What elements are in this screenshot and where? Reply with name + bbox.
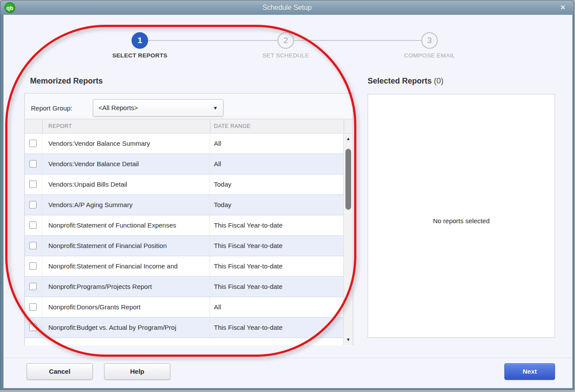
header-separator — [344, 121, 344, 132]
table-row[interactable]: Vendors:A/P Aging Summary Today — [25, 195, 343, 215]
date-range-cell: Today — [210, 174, 343, 194]
dropdown-arrow-icon: ▼ — [213, 100, 218, 116]
scrollbar-track[interactable]: ▲ ▼ — [343, 134, 353, 345]
header-separator — [210, 121, 210, 132]
date-range-cell: All — [210, 154, 343, 174]
checkbox-cell — [25, 256, 42, 276]
step-1-label: SELECT REPORTS — [88, 52, 192, 59]
report-checkbox[interactable] — [29, 201, 37, 208]
report-table-body: Vendors:Vendor Balance Summary All Vendo… — [25, 134, 343, 345]
table-row[interactable]: Vendors:Vendor Balance Summary All — [25, 134, 343, 154]
column-header-date-range: DATE RANGE — [214, 119, 250, 134]
date-range-cell: This Fiscal Year-to-date — [210, 215, 343, 235]
report-name-cell: Vendors:Vendor Balance Detail — [42, 154, 210, 174]
table-row[interactable]: Nonprofit:Budget vs. Actual by Program/P… — [25, 318, 343, 338]
report-checkbox[interactable] — [29, 262, 37, 270]
checkbox-cell — [25, 154, 42, 174]
table-row[interactable]: Nonprofit:Statement of Financial Income … — [25, 256, 343, 277]
table-row[interactable]: Nonprofit:Statement of Functional Expens… — [25, 215, 343, 236]
scrollbar-thumb[interactable] — [345, 149, 351, 210]
date-range-cell: This Fiscal Year-to-date — [210, 318, 343, 338]
step-2-label: SET SCHEDULE — [233, 52, 338, 59]
selected-reports-title: Selected Reports — [368, 77, 432, 85]
scroll-up-icon: ▲ — [346, 136, 351, 141]
step-3-label: COMPOSE EMAIL — [377, 52, 482, 59]
report-name-cell: Nonprofit:Statement of Functional Expens… — [42, 215, 210, 235]
partial-row — [25, 338, 343, 345]
report-checkbox[interactable] — [29, 242, 37, 249]
memorized-reports-panel: Report Group: <All Reports> ▼ REPORT DAT… — [24, 93, 353, 345]
titlebar: qb Schedule Setup × — [0, 0, 574, 15]
checkbox-cell — [25, 134, 42, 154]
checkbox-cell — [25, 215, 42, 235]
date-range-cell: This Fiscal Year-to-date — [210, 277, 343, 297]
step-connector-1-2 — [148, 40, 277, 41]
report-name-cell: Vendors:Unpaid Bills Detail — [42, 174, 210, 194]
date-range-cell: This Fiscal Year-to-date — [210, 236, 343, 256]
table-row[interactable]: Nonprofit:Donors/Grants Report All — [25, 297, 343, 318]
report-name-cell: Nonprofit:Programs/Projects Report — [42, 277, 210, 297]
report-group-dropdown[interactable]: <All Reports> ▼ — [93, 99, 223, 117]
selected-reports-count: (0) — [434, 77, 443, 85]
column-header-report: REPORT — [48, 119, 72, 134]
table-row[interactable]: Nonprofit:Statement of Financial Positio… — [25, 236, 343, 256]
report-checkbox[interactable] — [29, 303, 37, 311]
step-connector-2-3 — [294, 40, 421, 41]
schedule-setup-dialog: qb Schedule Setup × 1 2 3 SELECT REPORTS… — [0, 0, 574, 390]
report-checkbox[interactable] — [29, 160, 37, 168]
cancel-button[interactable]: Cancel — [27, 363, 93, 380]
date-range-cell: All — [210, 134, 343, 154]
report-group-label: Report Group: — [31, 104, 72, 112]
close-icon: × — [560, 3, 565, 12]
report-table-header: REPORT DATE RANGE — [25, 119, 353, 134]
date-range-cell: All — [210, 297, 343, 317]
report-checkbox[interactable] — [29, 324, 37, 331]
step-1-circle[interactable]: 1 — [132, 32, 148, 49]
next-button[interactable]: Next — [504, 363, 555, 380]
report-name-cell: Vendors:A/P Aging Summary — [42, 195, 210, 215]
report-table: REPORT DATE RANGE Vendors:Vendor Balance… — [24, 119, 353, 345]
report-checkbox[interactable] — [29, 181, 37, 188]
report-checkbox[interactable] — [29, 283, 37, 290]
step-3-circle[interactable]: 3 — [421, 32, 438, 49]
table-row[interactable]: Vendors:Vendor Balance Detail All — [25, 154, 343, 174]
no-reports-message: No reports selected — [368, 217, 555, 224]
selected-reports-box: No reports selected — [368, 94, 555, 338]
memorized-reports-heading: Memorized Reports — [30, 77, 103, 86]
report-group-value: <All Reports> — [98, 100, 138, 116]
dialog-content: 1 2 3 SELECT REPORTS SET SCHEDULE COMPOS… — [3, 15, 572, 388]
scroll-down-icon: ▼ — [346, 337, 351, 342]
step-2-circle[interactable]: 2 — [277, 32, 294, 49]
scroll-up-button[interactable]: ▲ — [344, 134, 353, 143]
table-row[interactable]: Vendors:Unpaid Bills Detail Today — [25, 174, 343, 195]
checkbox-cell — [25, 318, 42, 338]
report-name-cell: Nonprofit:Statement of Financial Positio… — [42, 236, 210, 256]
checkbox-cell — [25, 297, 42, 317]
date-range-cell: Today — [210, 195, 343, 215]
selected-reports-heading: Selected Reports (0) — [368, 77, 443, 86]
scroll-down-button[interactable]: ▼ — [344, 335, 353, 344]
report-name-cell: Nonprofit:Statement of Financial Income … — [42, 256, 210, 276]
table-row[interactable]: Nonprofit:Programs/Projects Report This … — [25, 277, 343, 297]
header-separator — [42, 121, 43, 132]
help-button[interactable]: Help — [104, 363, 170, 380]
checkbox-cell — [25, 174, 42, 194]
report-name-cell: Vendors:Vendor Balance Summary — [42, 134, 210, 154]
window-title: Schedule Setup — [0, 0, 574, 15]
checkbox-cell — [25, 195, 42, 215]
report-name-cell: Nonprofit:Donors/Grants Report — [42, 297, 210, 317]
report-checkbox[interactable] — [29, 140, 37, 147]
checkbox-cell — [25, 236, 42, 256]
footer-divider — [3, 358, 572, 358]
report-name-cell: Nonprofit:Budget vs. Actual by Program/P… — [42, 318, 210, 338]
report-checkbox[interactable] — [29, 221, 37, 229]
date-range-cell: This Fiscal Year-to-date — [210, 256, 343, 276]
close-button[interactable]: × — [556, 0, 569, 15]
checkbox-cell — [25, 277, 42, 297]
